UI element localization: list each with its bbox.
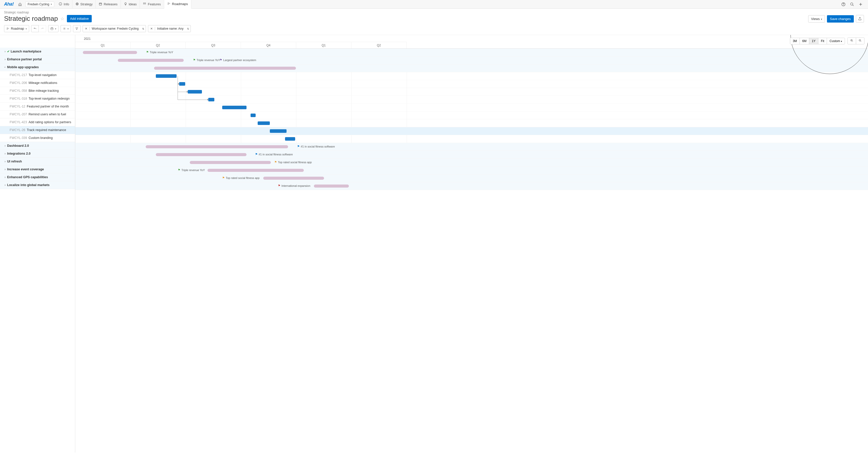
feature-row[interactable]: FWCYL-206Mileage notifications [0, 79, 75, 87]
date-picker-button[interactable]: ▾ [48, 25, 59, 32]
views-dropdown[interactable]: Views [808, 15, 825, 23]
breadcrumb[interactable]: Strategic roadmap [4, 11, 92, 14]
initiative-row[interactable]: Localize into global markets [0, 181, 75, 189]
roadmap-view-selector[interactable]: Roadmap ▾ [4, 25, 29, 32]
expand-caret-icon[interactable] [5, 144, 7, 148]
svg-rect-10 [146, 4, 146, 4]
feature-row[interactable]: FWCYL-423Add rating options for partners [0, 118, 75, 126]
expand-caret-icon[interactable] [5, 167, 7, 171]
chevron-down-icon: ▾ [26, 27, 27, 30]
milestone-marker[interactable]: ⚑Top rated social fitness app [274, 160, 312, 164]
zoom-in-button[interactable] [848, 38, 856, 44]
filter-pill-1[interactable]: ✕Initiative name: Any⇅ [148, 25, 191, 32]
range-6m[interactable]: 6M [800, 38, 809, 44]
add-initiative-button[interactable]: Add initiative [67, 15, 92, 22]
svg-rect-8 [144, 4, 144, 4]
svg-point-13 [850, 3, 853, 5]
gantt-bar[interactable] [190, 161, 271, 164]
gantt-bar[interactable] [263, 177, 324, 180]
milestone-marker[interactable]: ⚑Triple revenue YoY [146, 51, 173, 54]
nav-tab-features[interactable]: Features [140, 0, 164, 9]
milestone-marker[interactable]: ⚑#1 in social fitness software [297, 145, 335, 148]
redo-button[interactable] [39, 25, 46, 32]
feature-row[interactable]: FWCYL-26Track required maintenance [0, 126, 75, 134]
roadmap-icon [167, 2, 170, 6]
gantt-bar[interactable] [188, 90, 202, 94]
settings-button[interactable]: ▾ [61, 25, 71, 32]
milestone-marker[interactable]: ⚑Top rated social fitness app [222, 176, 259, 179]
milestone-marker[interactable]: ⚑Largest partner ecosystem [220, 58, 256, 62]
expand-caret-icon[interactable] [5, 160, 7, 163]
initiative-row[interactable]: Dashboard 2.0 [0, 142, 75, 150]
gantt-bar[interactable] [285, 137, 295, 141]
gantt-bar[interactable] [258, 121, 270, 125]
gantt-bar[interactable] [208, 169, 304, 172]
help-icon[interactable] [840, 1, 847, 8]
feature-row[interactable]: FWCYL-217Top-level navigation [0, 71, 75, 79]
expand-caret-icon[interactable] [5, 58, 7, 61]
range-1y[interactable]: 1Y [809, 38, 818, 44]
milestone-marker[interactable]: ⚑International expansion [278, 184, 310, 187]
gantt-bar[interactable] [154, 67, 296, 70]
range-3m[interactable]: 3M [790, 38, 800, 44]
workspace-selector[interactable]: Fredwin Cycling ▾ [25, 2, 54, 7]
logo[interactable]: Aha! [2, 2, 16, 7]
gantt-bar[interactable] [146, 145, 288, 148]
remove-filter-icon[interactable]: ✕ [83, 27, 90, 30]
gantt-bar[interactable] [251, 114, 256, 117]
milestone-marker[interactable]: ⚑#1 in social fitness software [255, 153, 293, 156]
expand-caret-icon[interactable] [5, 183, 7, 187]
initiative-row[interactable]: ✔Launch marketplace [0, 48, 75, 56]
undo-button[interactable] [31, 25, 39, 32]
filter-pill-0[interactable]: ✕Workspace name: Fredwin Cycling⇅ [83, 25, 146, 32]
gantt-bar[interactable] [156, 74, 177, 78]
feature-row[interactable]: FWCYL-12Featured partner of the month [0, 103, 75, 111]
filter-icon [75, 27, 78, 30]
feature-row[interactable]: FWCYL-318Top-level navigation redesign [0, 95, 75, 103]
add-icon[interactable] [857, 1, 864, 8]
calendar-icon [51, 27, 54, 30]
gantt-row: ⚑Top rated social fitness app [75, 159, 868, 166]
gantt-bar[interactable] [179, 82, 185, 86]
feature-row[interactable]: FWCYL-339Custom branding [0, 134, 75, 142]
initiative-row[interactable]: Enhanced GPS capabilities [0, 173, 75, 181]
gantt-bar[interactable] [83, 51, 137, 54]
expand-caret-icon[interactable] [5, 152, 7, 155]
range-custom[interactable]: Custom ▾ [827, 38, 845, 44]
nav-tab-info[interactable]: Info [56, 0, 72, 9]
quarter-cell: Q1 [75, 42, 130, 49]
filter-button[interactable] [73, 25, 81, 32]
zoom-out-button[interactable] [856, 38, 864, 44]
nav-tab-ideas[interactable]: Ideas [121, 0, 140, 9]
expand-caret-icon[interactable] [5, 175, 7, 179]
home-icon[interactable] [16, 1, 24, 8]
gantt-bar[interactable] [118, 59, 184, 62]
gantt-bar[interactable] [314, 185, 349, 188]
nav-tab-releases[interactable]: Releases [96, 0, 121, 9]
initiative-row[interactable]: Increase event coverage [0, 165, 75, 173]
initiative-row[interactable]: UI refresh [0, 158, 75, 165]
initiative-row[interactable]: Mobile app upgrades [0, 63, 75, 71]
milestone-marker[interactable]: ⚑Triple revenue YoY [178, 168, 205, 172]
flag-icon: ⚑ [193, 58, 195, 62]
gantt-bar[interactable] [222, 106, 247, 109]
save-changes-button[interactable]: Save changes [827, 15, 854, 23]
range-fit[interactable]: Fit [818, 38, 827, 44]
initiative-row[interactable]: Enhance partner portal [0, 56, 75, 63]
gantt-bar[interactable] [156, 153, 247, 156]
gantt-bar[interactable] [270, 129, 286, 133]
initiative-row[interactable]: Integrations 2.0 [0, 150, 75, 158]
gantt-row [75, 127, 868, 135]
remove-filter-icon[interactable]: ✕ [148, 27, 155, 30]
search-icon[interactable] [848, 1, 856, 8]
nav-tab-roadmaps[interactable]: Roadmaps [164, 0, 191, 9]
feature-row[interactable]: FWCYL-358Bike mileage tracking [0, 87, 75, 95]
favorite-star-icon[interactable]: ☆ [60, 16, 64, 22]
feature-row[interactable]: FWCYL-207Remind users when to fuel [0, 111, 75, 118]
share-icon[interactable] [856, 15, 864, 23]
nav-tab-strategy[interactable]: Strategy [72, 0, 96, 9]
milestone-marker[interactable]: ⚑Triple revenue YoY [193, 58, 220, 62]
expand-caret-icon[interactable] [5, 50, 7, 53]
gantt-bar[interactable] [208, 98, 214, 101]
expand-caret-icon[interactable] [5, 65, 7, 69]
